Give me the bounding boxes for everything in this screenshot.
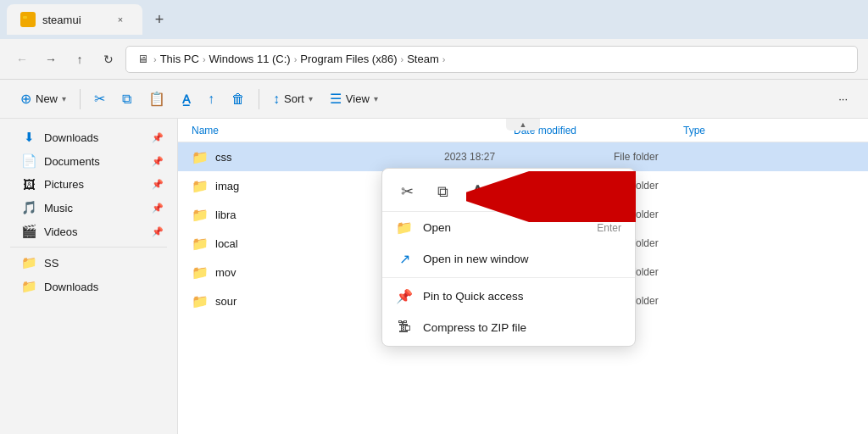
sidebar-divider — [10, 247, 167, 248]
sidebar-item-downloads2[interactable]: 📁 Downloads — [3, 275, 174, 298]
paste-button[interactable]: 📋 — [142, 86, 172, 113]
documents-icon: 📄 — [20, 153, 37, 169]
pictures-icon: 🖼 — [20, 177, 37, 192]
table-row[interactable]: 📁 css 2023 18:27 File folder — [178, 142, 868, 171]
cm-copy-icon[interactable]: ⧉ — [432, 180, 453, 204]
folder-icon: 📁 — [192, 178, 209, 194]
cm-delete-icon[interactable]: 🗑 — [501, 180, 526, 204]
sidebar-item-documents[interactable]: 📄 Documents 📌 — [3, 149, 174, 173]
up-button[interactable]: ↑ — [68, 47, 92, 71]
sidebar: ⬇ Downloads 📌 📄 Documents 📌 🖼 Pictures 📌… — [0, 119, 178, 434]
sort-label: Sort — [284, 92, 304, 105]
refresh-button[interactable]: ↻ — [97, 47, 120, 71]
pin-icon-music: 📌 — [152, 203, 164, 214]
forward-button[interactable]: → — [39, 47, 63, 71]
share-icon: ↑ — [208, 92, 214, 107]
delete-icon: 🗑 — [231, 92, 245, 107]
toolbar: ⊕ New ▾ ✂ ⧉ 📋 A̲ ↑ 🗑 ↕ Sort ▾ ☰ View ▾ ·… — [0, 80, 868, 119]
collapse-button[interactable]: ▲ — [506, 119, 540, 131]
rename-button[interactable]: A̲ — [175, 86, 198, 113]
active-tab[interactable]: steamui × — [7, 4, 142, 35]
svg-rect-2 — [23, 16, 27, 19]
sidebar-label-pictures: Pictures — [44, 178, 145, 191]
cm-compress-label: Compress to ZIP file — [423, 321, 621, 334]
sort-button[interactable]: ↕ Sort ▾ — [266, 86, 320, 113]
sidebar-label-ss: SS — [44, 257, 164, 270]
breadcrumb-steam[interactable]: Steam — [407, 53, 439, 65]
pc-icon: 🖥 — [135, 52, 150, 67]
col-header-name[interactable]: Name — [192, 125, 514, 136]
new-chevron: ▾ — [62, 94, 66, 103]
file-date: 2023 18:27 — [444, 151, 614, 163]
new-label: New — [36, 92, 58, 105]
cm-open-new-icon: ↗ — [396, 251, 413, 267]
sidebar-item-pictures[interactable]: 🖼 Pictures 📌 — [3, 173, 174, 196]
sidebar-label-music: Music — [44, 202, 145, 214]
cm-toolbar: ✂ ⧉ A̲ 🗑 — [382, 172, 635, 212]
view-label: View — [346, 92, 370, 105]
sidebar-item-music[interactable]: 🎵 Music 📌 — [3, 196, 174, 220]
folder-icon: 📁 — [192, 264, 209, 281]
downloads-icon: ⬇ — [20, 130, 37, 145]
sidebar-item-videos[interactable]: 🎬 Videos 📌 — [3, 220, 174, 243]
copy-button[interactable]: ⧉ — [115, 86, 138, 113]
share-button[interactable]: ↑ — [201, 86, 221, 113]
file-type: File folder — [614, 180, 854, 192]
sidebar-label-documents: Documents — [44, 155, 145, 168]
breadcrumb[interactable]: 🖥 › This PC › Windows 11 (C:) › Program … — [125, 46, 858, 73]
col-header-type[interactable]: Type — [683, 125, 854, 136]
breadcrumb-program-files[interactable]: Program Files (x86) — [300, 53, 397, 65]
cm-compress-icon: 🗜 — [396, 320, 413, 335]
copy-icon: ⧉ — [122, 92, 131, 107]
pin-icon-downloads: 📌 — [152, 132, 164, 143]
view-chevron: ▾ — [374, 94, 378, 103]
view-button[interactable]: ☰ View ▾ — [323, 86, 385, 113]
file-name: css — [215, 151, 444, 164]
cm-item-open[interactable]: 📁 Open Enter — [382, 212, 635, 243]
context-menu: ✂ ⧉ A̲ 🗑 📁 Open Enter ↗ Open in new wind… — [381, 168, 636, 347]
toolbar-sep-1 — [80, 89, 81, 109]
cm-rename-icon[interactable]: A̲ — [467, 179, 487, 204]
videos-icon: 🎬 — [20, 224, 37, 239]
cut-icon: ✂ — [94, 91, 105, 107]
tab-folder-icon — [20, 12, 36, 27]
sidebar-label-videos: Videos — [44, 225, 145, 238]
main-content: ⬇ Downloads 📌 📄 Documents 📌 🖼 Pictures 📌… — [0, 119, 868, 434]
pin-icon-videos: 📌 — [152, 226, 164, 237]
more-button[interactable]: ··· — [832, 86, 854, 113]
ss-icon: 📁 — [20, 255, 37, 270]
delete-button[interactable]: 🗑 — [225, 86, 252, 113]
sidebar-label-downloads2: Downloads — [44, 281, 164, 293]
folder-icon: 📁 — [192, 207, 209, 223]
paste-icon: 📋 — [148, 91, 165, 107]
breadcrumb-windows[interactable]: Windows 11 (C:) — [209, 53, 291, 65]
sort-icon: ↕ — [273, 92, 280, 107]
new-icon: ⊕ — [20, 91, 31, 107]
folder-icon: 📁 — [192, 293, 209, 309]
cm-open-new-label: Open in new window — [423, 253, 621, 265]
cm-cut-icon[interactable]: ✂ — [396, 179, 419, 204]
file-type: File folder — [614, 237, 854, 249]
new-button[interactable]: ⊕ New ▾ — [14, 86, 73, 113]
cm-item-compress[interactable]: 🗜 Compress to ZIP file — [382, 312, 635, 342]
file-area: ▲ Name Date modified Type 📁 css 2023 18:… — [178, 119, 868, 434]
cm-item-open-new-window[interactable]: ↗ Open in new window — [382, 243, 635, 275]
cm-item-pin[interactable]: 📌 Pin to Quick access — [382, 281, 635, 312]
sidebar-item-downloads[interactable]: ⬇ Downloads 📌 — [3, 125, 174, 149]
folder-icon: 📁 — [192, 149, 209, 165]
address-bar: ← → ↑ ↻ 🖥 › This PC › Windows 11 (C:) › … — [0, 39, 868, 80]
view-icon: ☰ — [330, 91, 342, 107]
cut-button[interactable]: ✂ — [87, 86, 112, 113]
sidebar-item-ss[interactable]: 📁 SS — [3, 251, 174, 275]
back-button[interactable]: ← — [10, 47, 34, 71]
tab-close-button[interactable]: × — [112, 11, 129, 28]
new-tab-button[interactable]: + — [146, 6, 173, 33]
title-bar: steamui × + — [0, 0, 868, 39]
cm-open-icon: 📁 — [396, 220, 413, 236]
file-type: File folder — [614, 209, 854, 220]
file-type: File folder — [614, 266, 854, 278]
cm-pin-label: Pin to Quick access — [423, 290, 621, 303]
file-type: File folder — [614, 151, 854, 163]
breadcrumb-this-pc[interactable]: This PC — [160, 53, 199, 65]
tab-title: steamui — [42, 14, 81, 26]
